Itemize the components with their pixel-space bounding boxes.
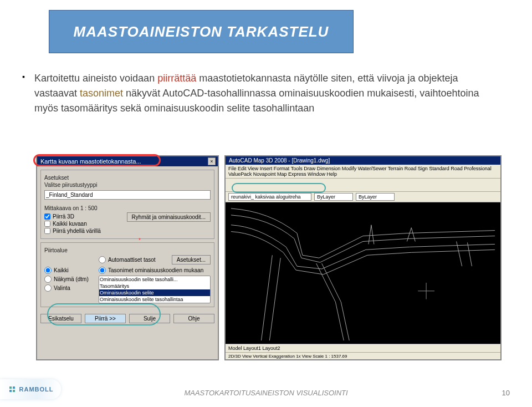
drawing-canvas[interactable] xyxy=(226,202,500,344)
drawing-type-input[interactable] xyxy=(44,190,211,200)
cad-drawing xyxy=(226,202,500,344)
screenshot-area: Kartta kuvaan maastotietokannasta... × A… xyxy=(36,155,502,360)
help-button[interactable]: Ohje xyxy=(173,314,214,323)
dialog-titlebar: Kartta kuvaan maastotietokannasta... xyxy=(37,156,218,166)
checkbox-label: Piirrä 3D xyxy=(53,213,74,220)
section-piirtoalue: Piirtoalue Kaikki Näkymä (dtm) Valinta A… xyxy=(40,242,214,307)
slide-title: MAASTOAINEISTON TARKASTELU xyxy=(74,23,329,40)
bylayer-box[interactable]: ByLayer xyxy=(356,193,395,201)
page-number: 10 xyxy=(502,389,510,397)
scale-label: Mittakaava on 1 : 500 xyxy=(44,205,211,211)
groups-button[interactable]: Ryhmät ja ominaisuuskoodit... xyxy=(127,212,211,222)
dialog-panel: Kartta kuvaan maastotietokannasta... × A… xyxy=(36,155,219,360)
command-line: Command: *Cancel* xyxy=(226,360,500,360)
autocad-menubar[interactable]: File Edit View Insert Format Tools Draw … xyxy=(226,165,500,179)
bullet-icon: ▪ xyxy=(22,72,25,81)
body-text: Kartoitettu aineisto voidaan piirrättää … xyxy=(34,71,499,116)
bylayer-box[interactable]: ByLayer xyxy=(314,193,353,201)
layer-toolbar: reunakivi_ kaksivaa aloguitreha ByLayer … xyxy=(226,192,500,202)
radio-label: Kaikki xyxy=(54,267,69,273)
checkbox-label: Kaikki kuvaan xyxy=(53,221,87,227)
footer-text: MAASTOKARTOITUSAINEISTON VISUALISOINTI xyxy=(0,389,532,397)
asterisk-icon: * xyxy=(139,237,141,243)
radio-label: Automaattiset tasot xyxy=(108,257,156,263)
radio-nakyma[interactable]: Näkymä (dtm) xyxy=(44,276,94,283)
checkbox-label: Piirrä yhdellä värillä xyxy=(53,228,101,234)
radio-tasonimet[interactable]: Tasonimet ominaisuuskoodien mukaan xyxy=(99,267,211,274)
radio-kaikki[interactable]: Kaikki xyxy=(44,267,94,274)
layer-naming-select[interactable]: Ominaisuuskoodin selite tasohalli... Tas… xyxy=(99,276,211,303)
select-option[interactable]: Ominaisuuskoodin selite xyxy=(99,289,210,296)
select-option[interactable]: Ominaisuuskoodin selite tasohalli... xyxy=(99,276,210,283)
text-highlight-red: piirrättää xyxy=(157,73,196,84)
section-asetukset: Asetukset Valitse piirustustyyppi Mittak… xyxy=(40,170,214,239)
asetukset-button[interactable]: Asetukset... xyxy=(172,255,211,264)
view-status: 2D/3D View Vertical Exaggeration 1x View… xyxy=(226,352,500,360)
text-highlight-brown: tasonimet xyxy=(80,88,123,99)
autocad-titlebar: AutoCAD Map 3D 2008 - [Drawing1.dwg] xyxy=(226,156,500,165)
close-icon[interactable]: × xyxy=(208,157,216,165)
field-label: Valitse piirustustyyppi xyxy=(44,182,211,188)
draw-button[interactable]: Piirrä >> xyxy=(85,314,126,323)
select-option[interactable]: Ominaisuuskoodin selite tasohallintaa xyxy=(99,296,210,303)
radio-auto-tasot[interactable]: Automaattiset tasot xyxy=(99,256,167,263)
radio-valinta[interactable]: Valinta xyxy=(44,284,94,292)
autocad-toolbar[interactable] xyxy=(226,179,500,192)
section-label: Piirtoalue xyxy=(44,247,211,253)
checkbox-all[interactable]: Kaikki kuvaan xyxy=(44,221,122,227)
autocad-window: AutoCAD Map 3D 2008 - [Drawing1.dwg] Fil… xyxy=(224,155,502,360)
radio-label: Valinta xyxy=(54,285,70,291)
text-plain: Kartoitettu aineisto voidaan xyxy=(34,73,157,84)
layer-dropdown[interactable]: reunakivi_ kaksivaa aloguitreha xyxy=(228,193,311,201)
preview-button[interactable]: Esikatselu xyxy=(40,314,81,323)
radio-label: Tasonimet ominaisuuskoodien mukaan xyxy=(108,267,203,273)
checkbox-onecolor[interactable]: Piirrä yhdellä värillä xyxy=(44,228,122,234)
checkbox-3d[interactable]: Piirrä 3D xyxy=(44,213,122,220)
section-label: Asetukset xyxy=(44,175,211,181)
model-tabs[interactable]: Model Layout1 Layout2 xyxy=(226,344,500,352)
select-option[interactable]: Tasomääritys xyxy=(99,283,210,289)
slide-title-box: MAASTOAINEISTON TARKASTELU xyxy=(49,10,354,53)
close-button[interactable]: Sulje xyxy=(129,314,170,323)
radio-label: Näkymä (dtm) xyxy=(54,276,89,282)
dialog-button-row: Esikatselu Piirrä >> Sulje Ohje xyxy=(37,311,218,327)
